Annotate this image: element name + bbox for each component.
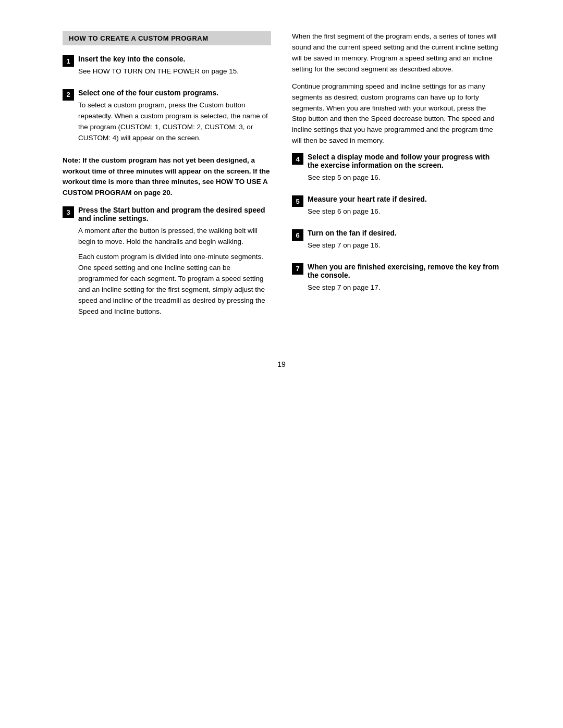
right-column: When the first segment of the program en…: [292, 31, 500, 329]
step-3-number: 3: [63, 206, 74, 218]
step-4-title: Select a display mode and follow your pr…: [308, 153, 500, 169]
step-3-para-1: A moment after the button is pressed, th…: [78, 226, 271, 248]
step-5-number: 5: [292, 195, 303, 207]
step-1-title: Insert the key into the console.: [78, 55, 271, 63]
step-7-body: See step 7 on page 17.: [308, 282, 500, 293]
step-1-content: Insert the key into the console. See HOW…: [78, 55, 271, 81]
step-6-number: 6: [292, 229, 303, 241]
step-6: 6 Turn on the fan if desired. See step 7…: [292, 229, 500, 255]
step-4: 4 Select a display mode and follow your …: [292, 153, 500, 188]
step-4-body: See step 5 on page 16.: [308, 172, 500, 183]
step-5-body: See step 6 on page 16.: [308, 206, 500, 217]
step-6-title: Turn on the fan if desired.: [308, 229, 500, 237]
step-2: 2 Select one of the four custom programs…: [63, 89, 271, 148]
step-6-body: See step 7 on page 16.: [308, 240, 500, 251]
step-5-title: Measure your heart rate if desired.: [308, 195, 500, 203]
note-block: Note: If the custom program has not yet …: [63, 155, 271, 199]
step-2-title: Select one of the four custom programs.: [78, 89, 271, 97]
step-5: 5 Measure your heart rate if desired. Se…: [292, 195, 500, 221]
step-6-content: Turn on the fan if desired. See step 7 o…: [308, 229, 500, 255]
step-2-body: To select a custom program, press the Cu…: [78, 100, 271, 144]
step-5-content: Measure your heart rate if desired. See …: [308, 195, 500, 221]
right-intro-1: When the first segment of the program en…: [292, 31, 500, 75]
step-1-body: See HOW TO TURN ON THE POWER on page 15.: [78, 66, 271, 77]
step-7: 7 When you are finished exercising, remo…: [292, 263, 500, 298]
step-4-content: Select a display mode and follow your pr…: [308, 153, 500, 188]
page-number: 19: [63, 360, 500, 368]
step-1-number: 1: [63, 55, 74, 67]
step-2-content: Select one of the four custom programs. …: [78, 89, 271, 148]
section-title: HOW TO CREATE A CUSTOM PROGRAM: [69, 34, 209, 42]
step-3: 3 Press the Start button and program the…: [63, 206, 271, 321]
step-1: 1 Insert the key into the console. See H…: [63, 55, 271, 81]
section-header: HOW TO CREATE A CUSTOM PROGRAM: [63, 31, 271, 45]
right-intro-2: Continue programming speed and incline s…: [292, 81, 500, 147]
step-4-number: 4: [292, 153, 303, 165]
page: HOW TO CREATE A CUSTOM PROGRAM 1 Insert …: [47, 0, 516, 400]
step-7-content: When you are finished exercising, remove…: [308, 263, 500, 298]
step-3-para-2: Each custom program is divided into one-…: [78, 252, 271, 317]
step-2-number: 2: [63, 89, 74, 101]
left-column: HOW TO CREATE A CUSTOM PROGRAM 1 Insert …: [63, 31, 271, 329]
step-3-content: Press the Start button and program the d…: [78, 206, 271, 321]
step-7-number: 7: [292, 263, 303, 275]
step-3-title: Press the Start button and program the d…: [78, 206, 271, 223]
step-7-title: When you are finished exercising, remove…: [308, 263, 500, 279]
